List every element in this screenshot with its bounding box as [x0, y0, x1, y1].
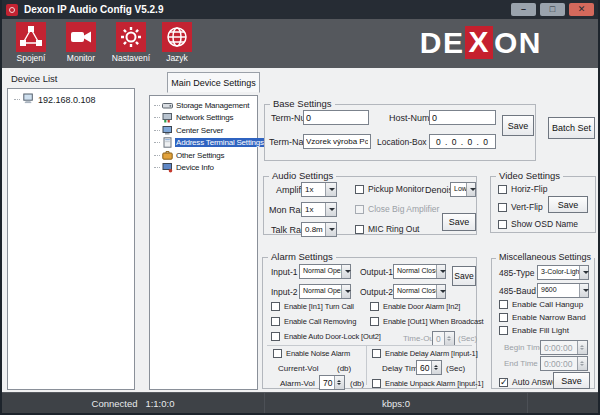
current-vol-label: Current-Vol	[278, 364, 318, 373]
chevron-down-icon	[436, 265, 445, 278]
window-title: Dexon IP Audio Config V5.2.9	[24, 4, 163, 15]
mon-range-select[interactable]: 1x	[301, 202, 337, 217]
nav-item-label: Other Settings	[175, 151, 225, 160]
delay-time-stepper[interactable]: 60	[416, 360, 442, 375]
toolbar-button-label: Nastavení	[112, 53, 150, 63]
output1-label: Output-1	[360, 267, 393, 277]
tree-stub	[14, 99, 20, 100]
nav-item-address-terminal-settings[interactable]: Address Terminal Settings	[150, 137, 257, 150]
tree-stub	[154, 130, 160, 131]
title-bar: Dexon IP Audio Config V5.2.9 – □ ✕	[2, 0, 598, 19]
input2-label: Input-2	[271, 287, 297, 297]
term-name-input[interactable]	[303, 134, 371, 149]
chevron-down-icon	[325, 203, 336, 216]
denoise-select[interactable]: Low	[450, 182, 476, 197]
enable-in1-turn-call-checkbox[interactable]: Enable [In1] Turn Call	[271, 302, 354, 311]
audio-save-button[interactable]: Save	[442, 213, 476, 231]
logo-text-right: ON	[494, 28, 542, 58]
talk-range-select[interactable]: 0.8m	[301, 222, 337, 237]
misc-save-button[interactable]: Save	[553, 372, 590, 389]
horiz-flip-checkbox[interactable]: Horiz-Flip	[498, 184, 547, 194]
main-area: Device List 192.168.0.108 Main Device Se…	[2, 68, 598, 392]
chevron-down-icon	[341, 285, 350, 298]
minimize-button[interactable]: –	[511, 3, 536, 16]
device-list-item[interactable]: 192.168.0.108	[8, 89, 134, 106]
batch-set-button[interactable]: Batch Set	[548, 117, 595, 139]
maximize-button[interactable]: □	[540, 3, 565, 16]
logo-x-mark: X	[465, 26, 493, 59]
base-settings-group: Base Settings Term-Num Host-Num Term-Nam…	[264, 104, 536, 161]
location-box-ip-input[interactable]	[429, 134, 496, 149]
enable-out1-when-broadcast-checkbox[interactable]: Enable [Out1] When Broadcast	[370, 317, 484, 326]
enable-noise-alarm-checkbox[interactable]: Enable Noise Alarm	[273, 349, 350, 358]
group-title: Alarm Settings	[268, 251, 336, 262]
enable-delay-alarm-checkbox[interactable]: Enable Delay Alarm [Input-1]	[372, 349, 478, 358]
spinner-arrows-icon[interactable]	[431, 361, 441, 374]
spinner-arrows-icon[interactable]	[334, 376, 344, 389]
485-type-select[interactable]: 3-Color-Light	[537, 265, 589, 280]
toolbar-button-nastaveni[interactable]: Nastavení	[108, 22, 154, 63]
status-bitrate: kbps:0	[265, 393, 528, 413]
alarm-vol-stepper[interactable]: 70	[319, 375, 345, 390]
checkbox-box	[271, 332, 280, 341]
toolbar-button-label: Jazyk	[166, 53, 188, 63]
alarm-save-button[interactable]: Save	[452, 266, 476, 286]
input1-select[interactable]: Normal Open	[299, 264, 351, 279]
group-title: Audio Settings	[269, 170, 336, 181]
485-baud-select[interactable]: 9600	[537, 283, 589, 298]
nav-item-other-settings[interactable]: Other Settings	[150, 149, 257, 162]
mic-ring-out-checkbox[interactable]: MIC Ring Out	[355, 224, 420, 234]
begin-time-label: Begin Time	[504, 343, 544, 352]
chevron-down-icon	[325, 183, 336, 196]
enable-narrow-band-checkbox[interactable]: Enable Narrow Band	[499, 313, 586, 322]
enable-door-alarm-checkbox[interactable]: Enable Door Alarm [In2]	[370, 302, 460, 311]
nav-item-center-server[interactable]: Center Server	[150, 124, 257, 137]
input2-select[interactable]: Normal Open	[299, 284, 351, 299]
chevron-down-icon	[466, 183, 475, 196]
status-spacer	[528, 393, 598, 413]
term-num-input[interactable]	[303, 110, 369, 125]
nav-item-label: Device Info	[175, 163, 215, 172]
auto-answer-checkbox[interactable]: Auto Answer	[499, 377, 560, 387]
toolbar-button-monitor[interactable]: Monitor	[58, 22, 104, 63]
nav-item-storage-management[interactable]: Storage Management	[150, 99, 257, 112]
nav-item-device-info[interactable]: Device Info	[150, 162, 257, 175]
current-vol-unit: (db)	[337, 364, 351, 373]
checkbox-box	[355, 225, 364, 234]
checkbox-box	[372, 379, 381, 388]
network-card-icon	[162, 112, 173, 123]
close-button[interactable]: ✕	[569, 3, 594, 16]
alarm-settings-group: Alarm Settings Input-1 Normal Open Outpu…	[262, 257, 477, 389]
checkbox-box	[370, 302, 379, 311]
nav-item-network-settings[interactable]: Network Settings	[150, 112, 257, 125]
enable-auto-door-lock-checkbox[interactable]: Enable Auto Door-Lock [Out2]	[271, 332, 381, 341]
toolbar-button-jazyk[interactable]: Jazyk	[154, 22, 200, 63]
amplify-select[interactable]: 1x	[301, 182, 337, 197]
vert-flip-checkbox[interactable]: Vert-Flip	[498, 202, 543, 212]
terminal-icon	[162, 137, 173, 148]
pickup-monitor-checkbox[interactable]: Pickup Monitor	[355, 184, 424, 194]
settings-nav-tree[interactable]: Storage Management Network Settings Cent…	[149, 95, 258, 390]
logo-text-left: DE	[420, 28, 465, 58]
base-save-button[interactable]: Save	[502, 115, 534, 136]
output2-select[interactable]: Normal Close	[393, 284, 446, 299]
device-list[interactable]: 192.168.0.108	[7, 88, 135, 390]
toolbar-button-spojeni[interactable]: Spojení	[8, 22, 54, 63]
enable-call-hangup-checkbox[interactable]: Enable Call Hangup	[499, 300, 583, 309]
show-osd-name-checkbox[interactable]: Show OSD Name	[498, 219, 578, 229]
video-save-button[interactable]: Save	[548, 196, 588, 213]
time-out-stepper: 0	[432, 331, 455, 346]
host-num-input[interactable]	[429, 110, 496, 125]
nav-item-label: Storage Management	[175, 101, 250, 110]
enable-unpack-alarm-checkbox[interactable]: Enable Unpack Alarm [input-1]	[372, 379, 483, 388]
group-title: Base Settings	[270, 98, 335, 109]
close-big-amplifier-checkbox: Close Big Amplifier	[355, 204, 439, 214]
enable-call-removing-checkbox[interactable]: Enable Call Removing	[271, 317, 356, 326]
host-num-label: Host-Num	[389, 113, 430, 123]
spinner-arrows-icon	[577, 357, 587, 370]
output1-select[interactable]: Normal Close	[393, 264, 446, 279]
tab-main-device-settings[interactable]: Main Device Settings	[167, 72, 260, 93]
enable-fill-light-checkbox[interactable]: Enable Fill Light	[499, 326, 569, 335]
network-icon	[16, 22, 46, 52]
app-icon-ring	[9, 7, 15, 13]
